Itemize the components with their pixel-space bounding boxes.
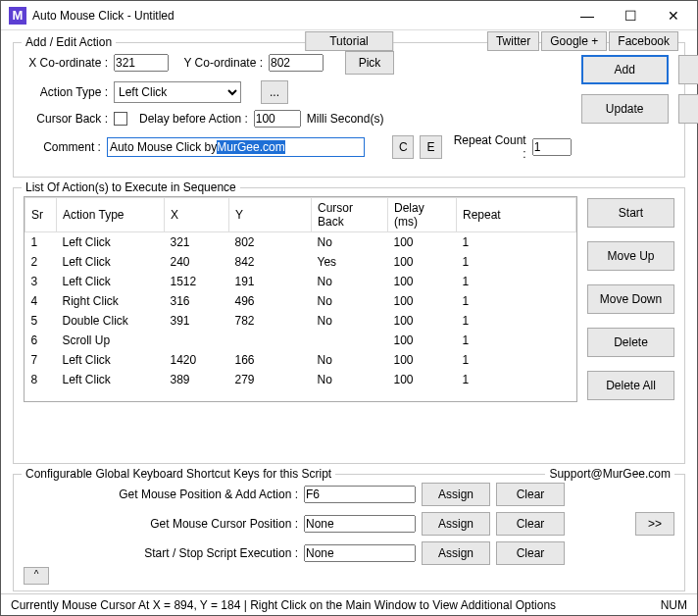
clear1-button[interactable]: Clear bbox=[496, 483, 565, 506]
comment-label: Comment : bbox=[24, 140, 101, 154]
maximize-button[interactable]: ☐ bbox=[609, 2, 652, 29]
delay-unit: Milli Second(s) bbox=[307, 112, 384, 126]
clear2-button[interactable]: Clear bbox=[496, 512, 565, 536]
assign1-button[interactable]: Assign bbox=[422, 483, 490, 506]
c-button[interactable]: C bbox=[392, 135, 414, 159]
assign3-button[interactable]: Assign bbox=[422, 541, 490, 565]
statusbar: Currently Mouse Cursor At X = 894, Y = 1… bbox=[1, 593, 697, 615]
table-row[interactable]: 4Right Click316496No1001 bbox=[25, 291, 576, 311]
delete-button[interactable]: Delete bbox=[587, 328, 674, 357]
e-button[interactable]: E bbox=[420, 135, 441, 159]
col-type[interactable]: Action Type bbox=[57, 198, 165, 232]
shortcut1-label: Get Mouse Position & Add Action : bbox=[24, 488, 298, 501]
repeat-input[interactable] bbox=[532, 138, 572, 156]
col-sr[interactable]: Sr bbox=[25, 198, 57, 232]
shortcut2-label: Get Mouse Cursor Position : bbox=[24, 517, 298, 531]
delay-input[interactable] bbox=[254, 110, 301, 128]
num-indicator: NUM bbox=[661, 598, 687, 612]
assign2-button[interactable]: Assign bbox=[422, 512, 490, 536]
titlebar[interactable]: M Auto Mouse Click - Untitled — ☐ ✕ bbox=[1, 1, 697, 30]
tutorial-button[interactable]: Tutorial bbox=[305, 31, 393, 51]
y-input[interactable] bbox=[269, 54, 324, 72]
comment-input[interactable]: Auto Mouse Click by MurGee.com bbox=[107, 137, 365, 157]
cursor-back-label: Cursor Back : bbox=[24, 112, 108, 126]
facebook-button[interactable]: Facebook bbox=[609, 31, 678, 51]
table-row[interactable]: 6Scroll Up1001 bbox=[25, 331, 576, 350]
pick-button[interactable]: Pick bbox=[345, 51, 394, 75]
move-down-button[interactable]: Move Down bbox=[587, 284, 674, 314]
table-row[interactable]: 8Left Click389279No1001 bbox=[25, 370, 576, 389]
actions-table[interactable]: Sr Action Type X Y Cursor Back Delay (ms… bbox=[24, 196, 577, 402]
main-window: M Auto Mouse Click - Untitled — ☐ ✕ Add … bbox=[0, 0, 698, 616]
action-type-label: Action Type : bbox=[24, 85, 108, 99]
cursor-back-checkbox[interactable] bbox=[114, 112, 127, 126]
minimize-button[interactable]: — bbox=[566, 2, 609, 29]
delay-label: Delay before Action : bbox=[139, 112, 248, 126]
window-title: Auto Mouse Click - Untitled bbox=[32, 9, 566, 23]
ellipsis-button[interactable]: ... bbox=[261, 80, 288, 104]
col-delay[interactable]: Delay (ms) bbox=[388, 198, 457, 232]
x-input[interactable] bbox=[114, 54, 169, 72]
col-cb[interactable]: Cursor Back bbox=[312, 198, 388, 232]
table-row[interactable]: 2Left Click240842Yes1001 bbox=[25, 252, 576, 272]
shortcut3-input[interactable] bbox=[304, 544, 416, 562]
update-button[interactable]: Update bbox=[581, 94, 669, 124]
support-link[interactable]: Support@MurGee.com bbox=[545, 467, 674, 481]
add-edit-group: Add / Edit Action Tutorial Twitter Googl… bbox=[13, 42, 685, 178]
action-type-select[interactable]: Left Click bbox=[114, 81, 241, 103]
table-row[interactable]: 1Left Click321802No1001 bbox=[25, 232, 576, 252]
twitter-button[interactable]: Twitter bbox=[487, 31, 539, 51]
delete-all-button[interactable]: Delete All bbox=[587, 371, 674, 400]
app-icon: M bbox=[9, 7, 26, 25]
close-button[interactable]: ✕ bbox=[652, 2, 695, 29]
expand-button[interactable]: ^ bbox=[24, 567, 49, 585]
x-label: X Co-ordinate : bbox=[24, 56, 108, 70]
save-button[interactable]: Save bbox=[678, 94, 698, 124]
clear3-button[interactable]: Clear bbox=[496, 541, 565, 565]
shortcut2-input[interactable] bbox=[304, 515, 416, 533]
y-label: Y Co-ordinate : bbox=[174, 56, 263, 70]
add-button[interactable]: Add bbox=[581, 55, 669, 84]
shortcuts-group: Configurable Global Keyboard Shortcut Ke… bbox=[13, 474, 685, 591]
shortcuts-legend: Configurable Global Keyboard Shortcut Ke… bbox=[22, 467, 335, 481]
col-y[interactable]: Y bbox=[229, 198, 312, 232]
col-repeat[interactable]: Repeat bbox=[457, 198, 576, 232]
move-up-button[interactable]: Move Up bbox=[587, 241, 674, 271]
list-legend: List Of Action(s) to Execute in Sequence bbox=[22, 180, 240, 194]
repeat-label: Repeat Count : bbox=[454, 133, 526, 161]
list-group: List Of Action(s) to Execute in Sequence… bbox=[13, 187, 685, 464]
google-button[interactable]: Google + bbox=[541, 31, 607, 51]
col-x[interactable]: X bbox=[165, 198, 229, 232]
shortcut1-input[interactable] bbox=[304, 486, 416, 503]
shortcut3-label: Start / Stop Script Execution : bbox=[24, 546, 298, 560]
table-row[interactable]: 7Left Click1420166No1001 bbox=[25, 350, 576, 370]
table-row[interactable]: 3Left Click1512191No1001 bbox=[25, 272, 576, 291]
status-text: Currently Mouse Cursor At X = 894, Y = 1… bbox=[11, 598, 556, 612]
table-row[interactable]: 5Double Click391782No1001 bbox=[25, 311, 576, 331]
more-button[interactable]: >> bbox=[635, 512, 674, 536]
start-button[interactable]: Start bbox=[587, 198, 674, 228]
add-edit-legend: Add / Edit Action bbox=[22, 35, 116, 49]
load-button[interactable]: Load bbox=[678, 55, 698, 84]
